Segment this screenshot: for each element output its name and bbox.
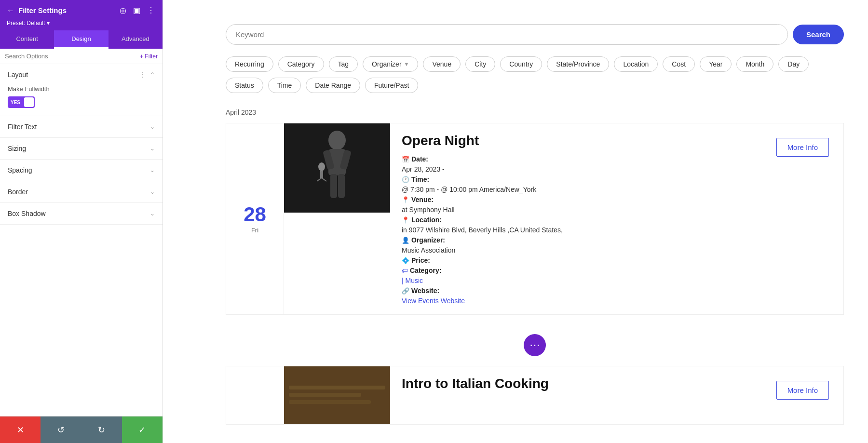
filter-tag-country[interactable]: Country	[500, 56, 542, 72]
section-spacing-header[interactable]: Spacing ⌄	[0, 160, 163, 181]
panel-header: ← Filter Settings ◎ ▣ ⋮ Preset: Default …	[0, 0, 163, 30]
cancel-icon: ✕	[17, 425, 24, 435]
filter-tag-city[interactable]: City	[465, 56, 495, 72]
layout-section-content: Make Fullwidth YES	[0, 85, 163, 116]
chevron-down-icon-5[interactable]: ⌄	[150, 210, 155, 217]
filter-tag-state[interactable]: State/Province	[547, 56, 609, 72]
section-layout-title: Layout	[8, 71, 28, 79]
filter-tag-month[interactable]: Month	[736, 56, 773, 72]
section-box-shadow-header[interactable]: Box Shadow ⌄	[0, 203, 163, 224]
meta-time-value-row: @ 7:30 pm - @ 10:00 pm America/New_York	[402, 186, 765, 193]
panel-title: Filter Settings	[18, 6, 67, 14]
category-value[interactable]: | Music	[402, 277, 423, 284]
bottom-bar: ✕ ↺ ↻ ✓	[0, 416, 163, 443]
section-layout-header[interactable]: Layout ⋮ ⌃	[0, 64, 163, 85]
chevron-up-icon[interactable]: ⌃	[150, 71, 155, 78]
meta-location-row: 📍 Location:	[402, 216, 765, 224]
section-sizing-header[interactable]: Sizing ⌄	[0, 138, 163, 159]
filter-tag-tag[interactable]: Tag	[329, 56, 358, 72]
save-button[interactable]: ✓	[122, 416, 163, 443]
right-content: Search Recurring Category Tag Organizer …	[163, 0, 868, 443]
filter-tag-year[interactable]: Year	[700, 56, 732, 72]
chevron-down-icon-2[interactable]: ⌄	[150, 145, 155, 152]
panel-header-icons: ◎ ▣ ⋮	[119, 5, 156, 16]
filter-tags-row2: Status Time Date Range Future/Past	[226, 78, 844, 93]
filter-tag-recurring[interactable]: Recurring	[226, 56, 273, 72]
organizer-icon: 👤	[402, 237, 409, 244]
filter-tag-future-past[interactable]: Future/Past	[365, 78, 418, 93]
chevron-down-icon-4[interactable]: ⌄	[150, 188, 155, 195]
chevron-down-icon-3[interactable]: ⌄	[150, 167, 155, 174]
svg-point-1	[328, 131, 346, 150]
search-options-input[interactable]	[5, 53, 137, 60]
meta-venue-value-row: at Symphony Hall	[402, 206, 765, 214]
meta-time-row: 🕐 Time:	[402, 175, 765, 183]
floating-action-button[interactable]: ⋯	[524, 334, 546, 356]
event-details-italian: Intro to Italian Cooking	[390, 366, 776, 424]
date-icon: 📅	[402, 156, 409, 163]
floating-circle-container: ⋯	[226, 329, 844, 361]
organizer-arrow-icon: ▼	[404, 61, 409, 67]
back-icon[interactable]: ←	[7, 6, 14, 15]
tab-design[interactable]: Design	[54, 30, 108, 49]
meta-category-value-row: | Music	[402, 277, 765, 284]
svg-rect-8	[320, 171, 323, 178]
preset-row[interactable]: Preset: Default ▾	[7, 20, 156, 30]
filter-tag-time[interactable]: Time	[268, 78, 301, 93]
focus-icon[interactable]: ◎	[119, 5, 127, 16]
make-fullwidth-label: Make Fullwidth	[8, 85, 155, 93]
filter-tag-day[interactable]: Day	[778, 56, 809, 72]
section-spacing: Spacing ⌄	[0, 160, 163, 181]
event-day-name: Fri	[251, 227, 258, 234]
filter-tag-cost[interactable]: Cost	[663, 56, 695, 72]
svg-point-7	[318, 162, 325, 171]
location-label: Location:	[411, 216, 442, 224]
toggle-yes-label: YES	[8, 98, 23, 107]
dots-icon: ⋯	[529, 339, 540, 351]
filter-tag-organizer[interactable]: Organizer ▼	[363, 56, 418, 72]
filter-tag-location[interactable]: Location	[614, 56, 658, 72]
tab-content[interactable]: Content	[0, 30, 54, 49]
undo-icon: ↺	[57, 425, 65, 435]
keyword-input[interactable]	[226, 24, 788, 45]
date-value: Apr 28, 2023 -	[402, 165, 445, 173]
redo-button[interactable]: ↻	[81, 416, 122, 443]
save-icon: ✓	[138, 425, 146, 435]
search-button[interactable]: Search	[793, 25, 844, 44]
more-icon[interactable]: ⋮	[139, 71, 146, 79]
more-info-button-opera[interactable]: More Info	[776, 138, 829, 157]
website-value[interactable]: View Events Website	[402, 297, 465, 305]
website-icon: 🔗	[402, 287, 409, 295]
meta-date-row: 📅 Date:	[402, 155, 765, 163]
tab-advanced[interactable]: Advanced	[108, 30, 163, 49]
time-label: Time:	[411, 175, 429, 183]
venue-label: Venue:	[411, 196, 434, 203]
event-date-box-italian	[226, 366, 284, 424]
add-filter-button[interactable]: + Filter	[140, 53, 158, 60]
event-card-italian: Intro to Italian Cooking More Info	[226, 366, 844, 425]
filter-tag-date-range[interactable]: Date Range	[306, 78, 360, 93]
meta-website-row: 🔗 Website:	[402, 287, 765, 295]
meta-organizer-row: 👤 Organizer:	[402, 236, 765, 244]
filter-tag-venue[interactable]: Venue	[423, 56, 461, 72]
section-sizing: Sizing ⌄	[0, 138, 163, 160]
svg-rect-6	[338, 174, 345, 198]
panel-tabs: Content Design Advanced	[0, 30, 163, 49]
meta-price-row: 💠 Price:	[402, 256, 765, 264]
event-right-opera: More Info	[776, 123, 839, 314]
svg-rect-13	[289, 393, 361, 397]
section-layout: Layout ⋮ ⌃ Make Fullwidth YES	[0, 64, 163, 116]
venue-icon: 📍	[402, 196, 409, 203]
more-info-button-italian[interactable]: More Info	[776, 381, 829, 400]
cancel-button[interactable]: ✕	[0, 416, 41, 443]
chevron-down-icon[interactable]: ⌄	[150, 123, 155, 130]
filter-tag-category[interactable]: Category	[278, 56, 324, 72]
fullwidth-toggle[interactable]: YES	[8, 96, 35, 108]
columns-icon[interactable]: ▣	[132, 5, 141, 16]
section-filter-text-header[interactable]: Filter Text ⌄	[0, 116, 163, 137]
section-box-shadow-title: Box Shadow	[8, 210, 46, 217]
filter-tag-status[interactable]: Status	[226, 78, 263, 93]
undo-button[interactable]: ↺	[41, 416, 81, 443]
more-options-icon[interactable]: ⋮	[146, 5, 156, 16]
section-border-header[interactable]: Border ⌄	[0, 181, 163, 202]
